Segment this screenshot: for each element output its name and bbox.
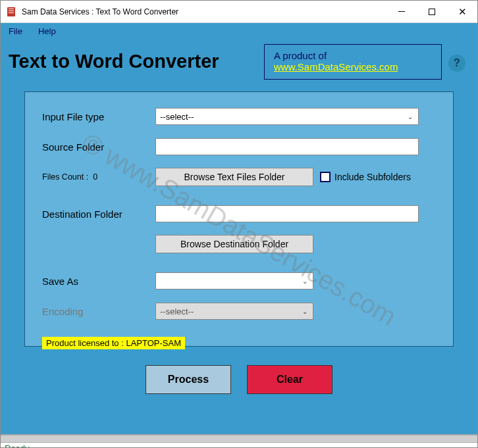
minimize-icon <box>398 11 405 12</box>
source-folder-input[interactable] <box>155 138 419 155</box>
browse-destination-button[interactable]: Browse Destination Folder <box>155 235 313 253</box>
browse-source-button[interactable]: Browse Text Files Folder <box>155 168 313 186</box>
form-panel: Input File type --select-- ⌄ Source Fold… <box>24 91 454 347</box>
close-icon: ✕ <box>458 6 467 18</box>
encoding-label: Encoding <box>42 306 155 317</box>
destination-folder-label: Destination Folder <box>42 209 155 220</box>
status-bar: Ready <box>1 434 477 447</box>
chevron-down-icon: ⌄ <box>408 113 413 120</box>
files-count-value: 0 <box>93 172 97 182</box>
input-file-type-value: --select-- <box>160 112 194 122</box>
include-subfolders-checkbox[interactable] <box>320 172 331 182</box>
maximize-icon <box>429 9 435 15</box>
files-count-group: Files Count : 0 <box>42 172 155 182</box>
chevron-down-icon: ⌄ <box>302 308 307 315</box>
product-of-label: A product of <box>274 50 432 61</box>
menu-bar: File Help <box>1 23 477 39</box>
input-file-type-select[interactable]: --select-- ⌄ <box>155 108 419 125</box>
title-bar: Sam Data Services : Text To Word Convert… <box>1 1 477 23</box>
status-grip <box>1 435 477 443</box>
encoding-value: --select-- <box>160 307 194 316</box>
menu-help[interactable]: Help <box>38 26 56 36</box>
product-info-box: A product of www.SamDataServices.com <box>264 44 442 80</box>
include-subfolders-label: Include Subfolders <box>334 172 411 182</box>
maximize-button[interactable] <box>417 1 447 23</box>
status-text: Ready <box>1 443 477 448</box>
page-title: Text to Word Converter <box>9 44 264 72</box>
help-icon[interactable]: ? <box>448 55 465 72</box>
action-row: Process Clear <box>1 365 477 394</box>
product-link[interactable]: www.SamDataServices.com <box>274 61 398 72</box>
destination-folder-input[interactable] <box>155 205 419 222</box>
process-button[interactable]: Process <box>146 365 231 394</box>
input-file-type-label: Input File type <box>42 111 155 122</box>
close-button[interactable]: ✕ <box>447 1 477 23</box>
encoding-select: --select-- ⌄ <box>155 303 313 320</box>
app-icon <box>6 7 16 17</box>
svg-rect-1 <box>9 9 14 9</box>
clear-button[interactable]: Clear <box>247 365 332 394</box>
menu-file[interactable]: File <box>9 26 22 36</box>
source-folder-label: Source Folder <box>42 141 155 153</box>
svg-rect-2 <box>9 11 14 11</box>
chevron-down-icon: ⌄ <box>302 278 307 285</box>
save-as-select[interactable]: ⌄ <box>155 272 313 289</box>
window-title: Sam Data Services : Text To Word Convert… <box>22 7 386 16</box>
save-as-label: Save As <box>42 276 155 287</box>
svg-rect-3 <box>9 12 14 13</box>
minimize-button[interactable] <box>386 1 417 23</box>
license-info: Product licensed to : LAPTOP-SAM <box>42 337 185 349</box>
files-count-label: Files Count : <box>42 172 88 182</box>
